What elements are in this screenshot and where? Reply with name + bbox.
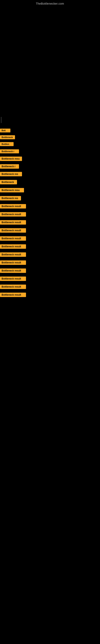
bottleneck-item[interactable]: Bottleneck r	[0, 149, 100, 153]
bottleneck-label: Bott	[0, 128, 10, 132]
bottleneck-label: Bottleneck resu	[0, 188, 24, 192]
bottleneck-label: Bottleneck r	[0, 149, 19, 153]
bottleneck-label: Bottleneck r	[0, 164, 19, 169]
bottleneck-item[interactable]: Bottleneck result	[0, 244, 100, 249]
bottleneck-item[interactable]: Bottleneck result	[0, 268, 100, 273]
bottleneck-label: Bottleneck result	[0, 236, 26, 241]
bottleneck-item[interactable]: Bottleneck result	[0, 212, 100, 216]
bottleneck-item[interactable]: Bottleneck r	[0, 164, 100, 169]
bottleneck-label: Bottleneck	[0, 180, 17, 184]
bottleneck-item[interactable]: Bottleneck	[0, 180, 100, 184]
bottleneck-item[interactable]: Bottleneck res	[0, 172, 100, 176]
bottleneck-label: Bottleneck result	[0, 212, 26, 216]
bottleneck-item[interactable]: Bottleneck result	[0, 228, 100, 233]
bottleneck-label: Bottleneck result	[0, 292, 26, 297]
bottleneck-label: Bottleneck resu	[0, 156, 22, 161]
bottleneck-label: Bottleneck result	[0, 252, 26, 257]
bottleneck-label: Bottleneck result	[0, 284, 26, 289]
bottleneck-label: Bottleneck result	[0, 228, 26, 233]
bottleneck-label: Bottleneck result	[0, 276, 26, 281]
bottleneck-label: Bottleneck result	[0, 204, 26, 208]
bottleneck-item[interactable]: Bottleneck result	[0, 204, 100, 208]
bottleneck-label: Bottleneck res	[0, 172, 22, 176]
chart-area	[0, 6, 100, 117]
bottleneck-label: Bottlen	[0, 142, 14, 146]
bottleneck-item[interactable]: Bottleneck resu	[0, 156, 100, 161]
bottleneck-label: Bottleneck result	[0, 268, 26, 273]
bottleneck-item[interactable]: Bottleneck result	[0, 220, 100, 224]
bottleneck-label: Bottleneck res	[0, 196, 21, 200]
bottleneck-label: Bottleneck result	[0, 220, 26, 224]
site-title: TheBottlenecker.com	[0, 0, 100, 6]
bottleneck-item[interactable]: Bottlen	[0, 142, 100, 146]
bottleneck-item[interactable]: Bottleneck result	[0, 276, 100, 281]
bottleneck-item[interactable]: Bottleneck res	[0, 196, 100, 200]
bottleneck-item[interactable]: Bottleneck result	[0, 292, 100, 297]
bottleneck-label: Bottleneck result	[0, 260, 26, 265]
bottleneck-items-container: BottBottleneckBottlenBottleneck rBottlen…	[0, 127, 100, 302]
bottleneck-item[interactable]: Bottleneck resu	[0, 188, 100, 192]
bottleneck-item[interactable]: Bottleneck result	[0, 236, 100, 241]
bottleneck-item[interactable]: Bottleneck result	[0, 284, 100, 289]
bottleneck-item[interactable]: Bottleneck	[0, 135, 100, 139]
bottleneck-label: Bottleneck	[0, 135, 15, 139]
section-line	[1, 117, 1, 123]
bottleneck-label: Bottleneck result	[0, 244, 26, 249]
bottleneck-item[interactable]: Bottleneck result	[0, 260, 100, 265]
bottleneck-item[interactable]: Bottleneck result	[0, 252, 100, 257]
bottleneck-item[interactable]: Bott	[0, 128, 100, 132]
